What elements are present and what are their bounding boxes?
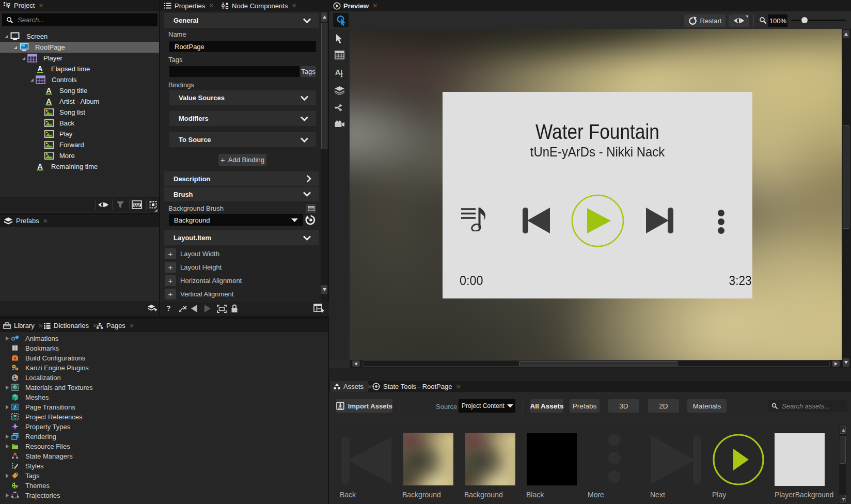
svg-text:A: A [46,97,51,105]
svg-text:A: A [335,68,340,76]
svg-text:A: A [46,86,51,94]
svg-text:A: A [37,162,42,170]
svg-text:A: A [37,65,42,73]
